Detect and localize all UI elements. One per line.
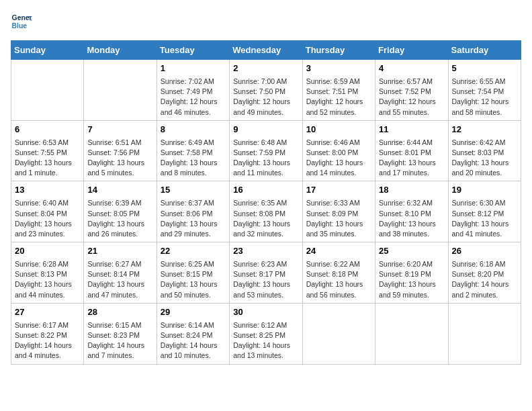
- day-number: 10: [306, 124, 371, 136]
- day-content: Sunrise: 6:27 AM Sunset: 8:14 PM Dayligh…: [87, 259, 152, 300]
- day-content: Sunrise: 6:17 AM Sunset: 8:22 PM Dayligh…: [15, 320, 80, 361]
- calendar-cell: 8Sunrise: 6:49 AM Sunset: 7:58 PM Daylig…: [157, 120, 229, 181]
- day-header-sunday: Sunday: [11, 41, 84, 60]
- day-number: 11: [379, 124, 444, 136]
- day-content: Sunrise: 7:02 AM Sunset: 7:49 PM Dayligh…: [161, 77, 226, 118]
- week-row-4: 20Sunrise: 6:28 AM Sunset: 8:13 PM Dayli…: [11, 242, 521, 304]
- calendar-cell: 25Sunrise: 6:20 AM Sunset: 8:19 PM Dayli…: [375, 242, 448, 304]
- day-number: 26: [452, 245, 517, 258]
- day-content: Sunrise: 6:33 AM Sunset: 8:09 PM Dayligh…: [306, 198, 371, 239]
- calendar-cell: 9Sunrise: 6:48 AM Sunset: 7:59 PM Daylig…: [230, 120, 302, 181]
- day-header-saturday: Saturday: [448, 41, 521, 60]
- day-content: Sunrise: 6:44 AM Sunset: 8:01 PM Dayligh…: [379, 138, 444, 179]
- week-row-1: 1Sunrise: 7:02 AM Sunset: 7:49 PM Daylig…: [11, 60, 521, 121]
- day-number: 25: [379, 245, 444, 258]
- day-number: 28: [87, 306, 152, 319]
- day-content: Sunrise: 6:49 AM Sunset: 7:58 PM Dayligh…: [161, 138, 226, 179]
- day-number: 4: [379, 62, 444, 75]
- day-content: Sunrise: 6:48 AM Sunset: 7:59 PM Dayligh…: [233, 138, 298, 179]
- day-number: 8: [161, 124, 226, 136]
- week-row-3: 13Sunrise: 6:40 AM Sunset: 8:04 PM Dayli…: [11, 181, 521, 242]
- calendar-cell: 21Sunrise: 6:27 AM Sunset: 8:14 PM Dayli…: [84, 242, 157, 304]
- day-number: 20: [15, 245, 80, 258]
- svg-text:General: General: [12, 14, 32, 21]
- day-content: Sunrise: 6:30 AM Sunset: 8:12 PM Dayligh…: [452, 198, 517, 239]
- day-content: Sunrise: 6:32 AM Sunset: 8:10 PM Dayligh…: [379, 198, 444, 239]
- calendar-cell: 2Sunrise: 7:00 AM Sunset: 7:50 PM Daylig…: [230, 60, 302, 121]
- day-content: Sunrise: 6:39 AM Sunset: 8:05 PM Dayligh…: [87, 198, 152, 239]
- day-header-friday: Friday: [375, 41, 448, 60]
- calendar-cell: 18Sunrise: 6:32 AM Sunset: 8:10 PM Dayli…: [375, 181, 448, 242]
- day-header-monday: Monday: [84, 41, 157, 60]
- page-header: General Blue: [11, 11, 521, 32]
- day-content: Sunrise: 6:23 AM Sunset: 8:17 PM Dayligh…: [233, 259, 298, 300]
- day-number: 24: [306, 245, 371, 258]
- day-number: 30: [233, 306, 298, 319]
- calendar-cell: 28Sunrise: 6:15 AM Sunset: 8:23 PM Dayli…: [84, 303, 157, 364]
- day-number: 17: [306, 184, 371, 197]
- day-content: Sunrise: 6:15 AM Sunset: 8:23 PM Dayligh…: [87, 320, 152, 361]
- calendar-cell: 16Sunrise: 6:35 AM Sunset: 8:08 PM Dayli…: [230, 181, 302, 242]
- day-content: Sunrise: 6:57 AM Sunset: 7:52 PM Dayligh…: [379, 77, 444, 118]
- day-number: 15: [161, 184, 226, 197]
- day-content: Sunrise: 6:40 AM Sunset: 8:04 PM Dayligh…: [15, 198, 80, 239]
- calendar-cell: 10Sunrise: 6:46 AM Sunset: 8:00 PM Dayli…: [302, 120, 375, 181]
- day-number: 5: [452, 62, 517, 75]
- calendar-cell: [11, 60, 84, 121]
- day-content: Sunrise: 6:46 AM Sunset: 8:00 PM Dayligh…: [306, 138, 371, 179]
- day-header-thursday: Thursday: [302, 41, 375, 60]
- calendar-table: SundayMondayTuesdayWednesdayThursdayFrid…: [11, 40, 521, 365]
- day-number: 22: [161, 245, 226, 258]
- calendar-cell: 11Sunrise: 6:44 AM Sunset: 8:01 PM Dayli…: [375, 120, 448, 181]
- day-content: Sunrise: 6:14 AM Sunset: 8:24 PM Dayligh…: [161, 320, 226, 361]
- day-number: 13: [15, 184, 80, 197]
- calendar-cell: 5Sunrise: 6:55 AM Sunset: 7:54 PM Daylig…: [448, 60, 521, 121]
- calendar-cell: 26Sunrise: 6:18 AM Sunset: 8:20 PM Dayli…: [448, 242, 521, 304]
- calendar-cell: 17Sunrise: 6:33 AM Sunset: 8:09 PM Dayli…: [302, 181, 375, 242]
- calendar-cell: 22Sunrise: 6:25 AM Sunset: 8:15 PM Dayli…: [157, 242, 229, 304]
- week-row-5: 27Sunrise: 6:17 AM Sunset: 8:22 PM Dayli…: [11, 303, 521, 364]
- week-row-2: 6Sunrise: 6:53 AM Sunset: 7:55 PM Daylig…: [11, 120, 521, 181]
- calendar-cell: 24Sunrise: 6:22 AM Sunset: 8:18 PM Dayli…: [302, 242, 375, 304]
- calendar-cell: 6Sunrise: 6:53 AM Sunset: 7:55 PM Daylig…: [11, 120, 84, 181]
- day-number: 14: [87, 184, 152, 197]
- day-header-row: SundayMondayTuesdayWednesdayThursdayFrid…: [11, 41, 521, 60]
- day-content: Sunrise: 6:28 AM Sunset: 8:13 PM Dayligh…: [15, 259, 80, 300]
- calendar-cell: 19Sunrise: 6:30 AM Sunset: 8:12 PM Dayli…: [448, 181, 521, 242]
- day-number: 21: [87, 245, 152, 258]
- day-number: 19: [452, 184, 517, 197]
- calendar-cell: 23Sunrise: 6:23 AM Sunset: 8:17 PM Dayli…: [230, 242, 302, 304]
- calendar-cell: 29Sunrise: 6:14 AM Sunset: 8:24 PM Dayli…: [157, 303, 229, 364]
- day-number: 12: [452, 124, 517, 136]
- day-content: Sunrise: 7:00 AM Sunset: 7:50 PM Dayligh…: [233, 77, 298, 118]
- day-header-tuesday: Tuesday: [157, 41, 229, 60]
- day-number: 27: [15, 306, 80, 319]
- logo-icon: General Blue: [11, 11, 32, 32]
- day-number: 9: [233, 124, 298, 136]
- calendar-cell: 30Sunrise: 6:12 AM Sunset: 8:25 PM Dayli…: [230, 303, 302, 364]
- day-content: Sunrise: 6:59 AM Sunset: 7:51 PM Dayligh…: [306, 77, 371, 118]
- calendar-cell: 20Sunrise: 6:28 AM Sunset: 8:13 PM Dayli…: [11, 242, 84, 304]
- calendar-cell: 4Sunrise: 6:57 AM Sunset: 7:52 PM Daylig…: [375, 60, 448, 121]
- day-content: Sunrise: 6:25 AM Sunset: 8:15 PM Dayligh…: [161, 259, 226, 300]
- day-content: Sunrise: 6:12 AM Sunset: 8:25 PM Dayligh…: [233, 320, 298, 361]
- day-content: Sunrise: 6:20 AM Sunset: 8:19 PM Dayligh…: [379, 259, 444, 300]
- calendar-cell: [84, 60, 157, 121]
- calendar-cell: 12Sunrise: 6:42 AM Sunset: 8:03 PM Dayli…: [448, 120, 521, 181]
- day-number: 7: [87, 124, 152, 136]
- calendar-cell: 1Sunrise: 7:02 AM Sunset: 7:49 PM Daylig…: [157, 60, 229, 121]
- calendar-cell: 7Sunrise: 6:51 AM Sunset: 7:56 PM Daylig…: [84, 120, 157, 181]
- day-number: 23: [233, 245, 298, 258]
- day-content: Sunrise: 6:22 AM Sunset: 8:18 PM Dayligh…: [306, 259, 371, 300]
- day-number: 16: [233, 184, 298, 197]
- day-content: Sunrise: 6:42 AM Sunset: 8:03 PM Dayligh…: [452, 138, 517, 179]
- calendar-cell: 3Sunrise: 6:59 AM Sunset: 7:51 PM Daylig…: [302, 60, 375, 121]
- day-number: 2: [233, 62, 298, 75]
- calendar-cell: 14Sunrise: 6:39 AM Sunset: 8:05 PM Dayli…: [84, 181, 157, 242]
- calendar-cell: [375, 303, 448, 364]
- day-number: 18: [379, 184, 444, 197]
- day-content: Sunrise: 6:37 AM Sunset: 8:06 PM Dayligh…: [161, 198, 226, 239]
- day-content: Sunrise: 6:53 AM Sunset: 7:55 PM Dayligh…: [15, 138, 80, 179]
- calendar-cell: 27Sunrise: 6:17 AM Sunset: 8:22 PM Dayli…: [11, 303, 84, 364]
- day-content: Sunrise: 6:18 AM Sunset: 8:20 PM Dayligh…: [452, 259, 517, 300]
